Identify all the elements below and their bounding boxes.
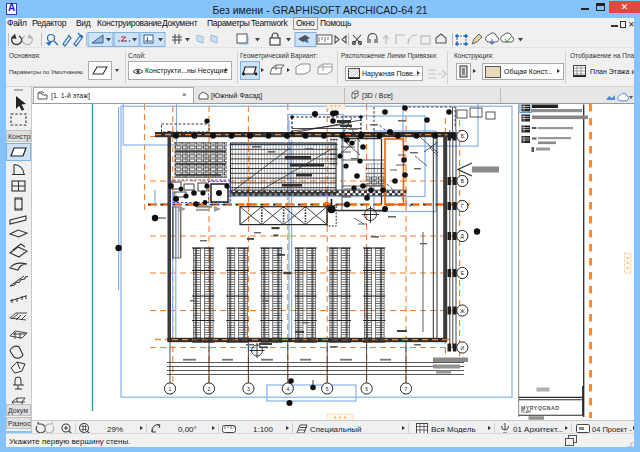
svg-text:6: 6 bbox=[365, 386, 368, 392]
svg-text:5: 5 bbox=[326, 386, 329, 392]
svg-text:2: 2 bbox=[208, 386, 211, 392]
svg-text:1: 1 bbox=[169, 386, 172, 392]
svg-text:4: 4 bbox=[286, 386, 289, 392]
svg-text:7: 7 bbox=[405, 386, 408, 392]
svg-text:Докум: Докум bbox=[8, 407, 28, 415]
svg-text:3: 3 bbox=[247, 386, 250, 392]
svg-text:PLAN: PLAN bbox=[521, 410, 531, 414]
svg-text:Г: Г bbox=[461, 203, 464, 209]
svg-text:Разнос: Разнос bbox=[8, 420, 31, 427]
svg-text:Констр: Констр bbox=[8, 133, 31, 141]
svg-text:И: И bbox=[461, 345, 465, 351]
svg-text:Ж: Ж bbox=[460, 308, 465, 314]
